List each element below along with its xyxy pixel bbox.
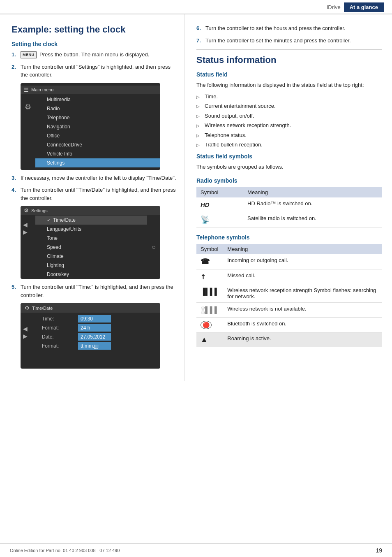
bullet-tri-icon-3: ▷ xyxy=(196,113,201,119)
step-7-text: Turn the controller to set the minutes a… xyxy=(205,37,382,45)
idrive-label: iDrive xyxy=(327,4,340,10)
nav-arrows: ◀ ▶ xyxy=(23,221,28,235)
gear-icon: ⚙ xyxy=(25,102,31,111)
missed-call-meaning: Missed call. xyxy=(223,269,382,284)
step-5-num: 5. xyxy=(12,283,21,291)
radio-row-hd: HD HD Radio™ is switched on. xyxy=(196,197,382,212)
roaming-symbol: ▲ xyxy=(196,332,223,347)
nav-up-icon: ◀ xyxy=(23,221,28,228)
signal-full-symbol: ▐▌▌▌ xyxy=(196,284,223,303)
menu-item-connecteddrive: ConnectedDrive xyxy=(35,140,160,149)
nav-arrows-2: ◀ ▶ xyxy=(23,325,28,339)
main-menu-icon: ☰ xyxy=(24,87,29,93)
missed-call-icon: ↖ xyxy=(198,272,208,281)
signal-low-symbol: ░▌▌▌ xyxy=(196,303,223,318)
menu-button-icon: MENU xyxy=(21,51,37,59)
steps-list-2: 3. If necessary, move the controller to … xyxy=(12,174,176,202)
step-7-num: 7. xyxy=(196,37,205,45)
tel-row-roaming: ▲ Roaming is active. xyxy=(196,332,382,347)
step-3-num: 3. xyxy=(12,174,21,182)
settings-item-tone: Tone xyxy=(35,234,147,243)
bullet-tri-icon-2: ▷ xyxy=(196,103,201,109)
signal-low-icon: ░▌▌▌ xyxy=(201,306,219,313)
step-7: 7. Turn the controller to set the minute… xyxy=(196,37,382,45)
left-section-title: Example: setting the clock xyxy=(12,24,176,35)
step-5: 5. Turn the controller until "Time:" is … xyxy=(12,283,176,299)
nav-down-icon: ▶ xyxy=(23,229,28,235)
settings-item-climate: Climate xyxy=(35,252,147,261)
bullet-wireless: ▷ Wireless network reception strength. xyxy=(196,121,382,130)
settings-item-timedate: ✓Time/Date xyxy=(35,216,147,225)
bullet-entertainment-text: Current entertainment source. xyxy=(205,102,276,110)
tel-row-signal-full: ▐▌▌▌ Wireless network reception strength… xyxy=(196,284,382,303)
step-2-num: 2. xyxy=(12,63,21,71)
incoming-call-symbol: ☎ xyxy=(196,254,223,269)
step-6-num: 6. xyxy=(196,24,205,32)
page-number: 19 xyxy=(376,547,382,554)
menu-item-vehicleinfo: Vehicle Info xyxy=(35,149,160,158)
bullet-tri-icon-5: ▷ xyxy=(196,132,201,139)
bullet-telephone: ▷ Telephone status. xyxy=(196,131,382,139)
bluetooth-icon: 🔴 xyxy=(201,321,212,329)
bullet-traffic-text: Traffic bulletin reception. xyxy=(205,141,263,149)
menu-item-multimedia: Multimedia xyxy=(35,95,160,104)
radio-symbols-title: Radio symbols xyxy=(196,177,382,184)
hd-symbol: HD xyxy=(196,197,243,212)
bullet-time-text: Time. xyxy=(205,93,218,101)
step-2: 2. Turn the controller until "Settings" … xyxy=(12,63,176,79)
page-footer: Online Edition for Part no. 01 40 2 903 … xyxy=(0,543,392,557)
menu-item-telephone: Telephone xyxy=(35,113,160,122)
bullet-entertainment: ▷ Current entertainment source. xyxy=(196,102,382,110)
bullet-traffic: ▷ Traffic bulletin reception. xyxy=(196,141,382,149)
roaming-icon: ▲ xyxy=(201,335,208,343)
main-menu-items: Multimedia Radio Telephone Navigation Of… xyxy=(35,95,160,167)
incoming-call-meaning: Incoming or outgoing call. xyxy=(223,254,382,269)
timedate-grid: Time: 09:30 Format: 24 h Date: 27.05.201… xyxy=(34,313,114,352)
setting-clock-subtitle: Setting the clock xyxy=(12,41,176,47)
menu-item-office: Office xyxy=(35,131,160,140)
gear-icon-area: ⚙ xyxy=(21,95,35,111)
time-value: 09:30 xyxy=(78,315,111,323)
settings-body: ◀ ▶ ✓Time/Date Language/Units Tone Speed… xyxy=(21,216,160,279)
bullet-tri-icon-6: ▷ xyxy=(196,142,201,148)
hd-radio-icon-d: D xyxy=(205,201,210,208)
main-menu-title: Main menu xyxy=(31,87,53,92)
telephone-symbols-table: Symbol Meaning ☎ Incoming or outgoing ca… xyxy=(196,244,382,347)
time-label: Time: xyxy=(42,316,75,322)
tel-table-header-row: Symbol Meaning xyxy=(196,244,382,254)
timedate-nav-arrows: ◀ ▶ xyxy=(21,313,34,352)
footer-text: Online Edition for Part no. 01 40 2 903 … xyxy=(10,548,120,553)
timedate-icon: ⚙ xyxy=(25,305,30,311)
step-3: 3. If necessary, move the controller to … xyxy=(12,174,176,182)
radio-col-symbol: Symbol xyxy=(196,187,243,197)
bullet-telephone-text: Telephone status. xyxy=(205,131,247,139)
bullet-tri-icon-4: ▷ xyxy=(196,123,201,129)
at-a-glance-tab: At a glance xyxy=(344,2,384,12)
bluetooth-symbol: 🔴 xyxy=(196,318,223,332)
menu-item-settings: Settings xyxy=(35,158,160,167)
bluetooth-meaning: Bluetooth is switched on. xyxy=(223,318,382,332)
status-info-title: Status information xyxy=(196,55,382,65)
telephone-symbols-title: Telephone symbols xyxy=(196,234,382,241)
nav-right-icon: ▶ xyxy=(23,333,28,339)
signal-full-meaning: Wireless network reception strength Symb… xyxy=(223,284,382,303)
settings-topbar: ⚙ Settings xyxy=(21,206,160,215)
tel-row-missed: ↖ Missed call. xyxy=(196,269,382,284)
radio-symbols-table: Symbol Meaning HD HD Radio™ is switched … xyxy=(196,187,382,227)
roaming-meaning: Roaming is active. xyxy=(223,332,382,347)
bullet-sound: ▷ Sound output, on/off. xyxy=(196,112,382,120)
date-value: 27.05.2012 xyxy=(78,333,111,341)
tel-col-meaning: Meaning xyxy=(223,244,382,254)
format1-value: 24 h xyxy=(78,324,111,332)
radio-col-meaning: Meaning xyxy=(243,187,382,197)
main-menu-body: ⚙ Multimedia Radio Telephone Navigation … xyxy=(21,95,160,167)
format2-value: tt.mm.jjjj xyxy=(78,342,111,350)
status-field-symbols-title: Status field symbols xyxy=(196,153,382,160)
date-label: Date: xyxy=(42,334,75,340)
satellite-icon: 📡 xyxy=(201,216,210,224)
timedate-topbar: ⚙ Time/Date xyxy=(21,303,160,313)
hd-radio-icon: H xyxy=(201,201,205,208)
format1-label: Format: xyxy=(42,325,75,331)
page-header: iDrive At a glance xyxy=(0,0,392,14)
circle-icon: ○ xyxy=(152,244,156,251)
